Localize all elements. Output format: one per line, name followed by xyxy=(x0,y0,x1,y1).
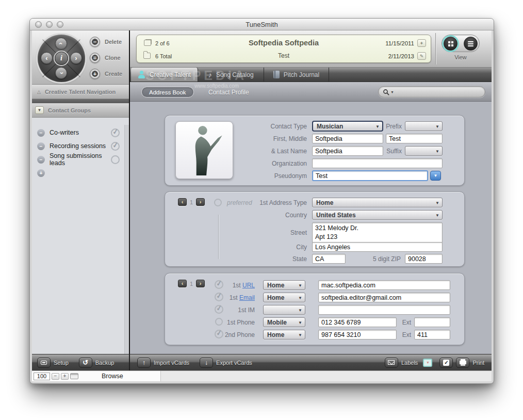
url-check-toggle[interactable] xyxy=(215,280,223,289)
im-type-select[interactable] xyxy=(263,305,305,315)
list-item[interactable]: Co-writers xyxy=(32,126,129,139)
search-field[interactable] xyxy=(378,86,485,98)
import-vcards-button[interactable] xyxy=(137,358,151,368)
country-select[interactable]: United States xyxy=(312,210,443,220)
export-vcards-label: Export vCards xyxy=(216,360,252,366)
labels-dropdown-button[interactable] xyxy=(423,359,432,367)
search-input[interactable] xyxy=(395,87,485,96)
url-field[interactable] xyxy=(318,280,450,290)
pseudonym-dropdown-button[interactable] xyxy=(430,171,441,181)
state-field[interactable] xyxy=(312,254,346,264)
nav-down-button[interactable] xyxy=(55,67,67,79)
delete-record-button[interactable] xyxy=(90,37,100,47)
zoom-out-button[interactable] xyxy=(52,373,59,380)
clone-record-button[interactable] xyxy=(90,53,100,63)
sidebar-nav-header[interactable]: △ Creative Talent Navigation xyxy=(32,85,129,99)
organization-field[interactable] xyxy=(312,158,443,168)
phone2-type-select[interactable]: Home xyxy=(263,330,305,340)
subtab-address-book[interactable]: Address Book xyxy=(141,87,194,98)
remove-group-icon[interactable] xyxy=(37,156,45,164)
nav-next-button[interactable] xyxy=(70,52,82,64)
bottom-toolbar: Setup Backup Import vCards Export vCards… xyxy=(32,354,492,370)
tab-song-catalog[interactable]: Song Catalog xyxy=(198,68,264,82)
contact-type-value: Musician xyxy=(317,123,343,130)
create-label: Create xyxy=(105,71,122,77)
email-field[interactable] xyxy=(318,293,450,302)
phone1-field[interactable] xyxy=(318,317,397,327)
phone2-field[interactable] xyxy=(318,330,397,340)
add-group-button[interactable] xyxy=(37,169,45,177)
email-link[interactable]: Email xyxy=(239,294,255,301)
subtab-contact-profile[interactable]: Contact Profile xyxy=(208,89,249,96)
checklist-button[interactable] xyxy=(439,358,453,368)
delete-label: Delete xyxy=(105,39,122,45)
im-check-toggle[interactable] xyxy=(215,305,223,314)
email-check-toggle[interactable] xyxy=(215,293,223,301)
search-scope-dropdown[interactable] xyxy=(390,90,394,94)
group-check-toggle[interactable] xyxy=(111,128,120,137)
grid-view-button[interactable] xyxy=(444,37,457,51)
first-name-field[interactable] xyxy=(312,134,383,143)
contact-groups-header[interactable]: Contact Groups xyxy=(32,103,129,118)
list-item[interactable]: Recording sessions xyxy=(32,139,129,153)
contact-type-select[interactable]: Musician xyxy=(312,121,383,132)
print-button[interactable] xyxy=(456,358,469,368)
url-link[interactable]: URL xyxy=(242,282,255,289)
record-summary-card: 2 of 6 6 Total Softpedia Softpedia Test … xyxy=(136,35,431,63)
tab-label: Song Catalog xyxy=(216,71,254,78)
zip-label: 5 digit ZIP xyxy=(346,255,405,263)
groups-dropdown-button[interactable] xyxy=(35,106,44,114)
nav-previous-button[interactable] xyxy=(41,52,53,64)
checkmark-icon xyxy=(443,360,449,366)
edit-date-button[interactable] xyxy=(417,52,426,60)
pseudonym-field[interactable] xyxy=(312,170,428,181)
layout-mode-icon[interactable] xyxy=(70,373,78,379)
setup-button[interactable] xyxy=(37,358,51,368)
tab-creative-talent[interactable]: Creative Talent xyxy=(131,68,198,82)
remove-group-icon[interactable] xyxy=(37,142,45,150)
tab-pitch-journal[interactable]: Pitch Journal xyxy=(264,68,329,82)
contact-groups-list: Co-writers Recording sessions Song submi… xyxy=(32,118,129,354)
export-vcards-button[interactable] xyxy=(200,358,213,368)
nav-up-button[interactable] xyxy=(55,38,67,50)
add-date-button[interactable] xyxy=(417,39,426,47)
list-item[interactable]: Song submissions leads xyxy=(32,153,129,166)
envelope-icon xyxy=(388,360,395,365)
nav-header-label: Creative Talent Navigation xyxy=(45,89,116,95)
create-record-button[interactable] xyxy=(90,69,100,79)
last-name-field[interactable] xyxy=(312,146,383,156)
clone-label: Clone xyxy=(105,55,121,61)
labels-label: Labels xyxy=(401,360,418,366)
phone1-radio[interactable] xyxy=(215,318,223,326)
zoom-in-button[interactable] xyxy=(61,373,69,380)
group-check-toggle[interactable] xyxy=(111,155,120,164)
im-field[interactable] xyxy=(318,305,450,315)
list-view-button[interactable] xyxy=(464,37,478,51)
pseudonym-label: Pseudonym xyxy=(165,172,312,180)
remove-group-icon[interactable] xyxy=(37,129,45,137)
email-type-select[interactable]: Home xyxy=(263,293,305,302)
list-view-icon xyxy=(468,41,473,42)
middle-name-field[interactable] xyxy=(386,134,443,143)
group-check-toggle[interactable] xyxy=(111,142,120,151)
import-vcards-label: Import vCards xyxy=(154,360,189,366)
first-middle-label: First, Middle xyxy=(165,135,312,142)
zip-field[interactable] xyxy=(405,254,443,264)
phone1-type-value: Mobile xyxy=(267,319,287,326)
created-date: 11/15/2011 xyxy=(385,40,414,46)
phone2-check-toggle[interactable] xyxy=(215,330,223,338)
street-field[interactable]: 321 Melody Dr. Apt 123 xyxy=(312,222,443,243)
suffix-select[interactable] xyxy=(405,146,443,156)
phone1-type-select[interactable]: Mobile xyxy=(263,317,305,327)
sidebar-scrollbar[interactable] xyxy=(124,125,129,354)
mode-label: Browse xyxy=(102,373,123,380)
url-type-select[interactable]: Home xyxy=(263,280,305,290)
phone1-ext-field[interactable] xyxy=(414,317,450,327)
city-field[interactable] xyxy=(312,242,443,252)
prefix-select[interactable] xyxy=(405,121,443,131)
backup-button[interactable] xyxy=(79,358,92,368)
address-type-select[interactable]: Home xyxy=(312,198,443,207)
info-button[interactable]: i xyxy=(55,52,68,65)
labels-button[interactable] xyxy=(385,358,398,368)
phone2-ext-field[interactable] xyxy=(414,330,450,340)
